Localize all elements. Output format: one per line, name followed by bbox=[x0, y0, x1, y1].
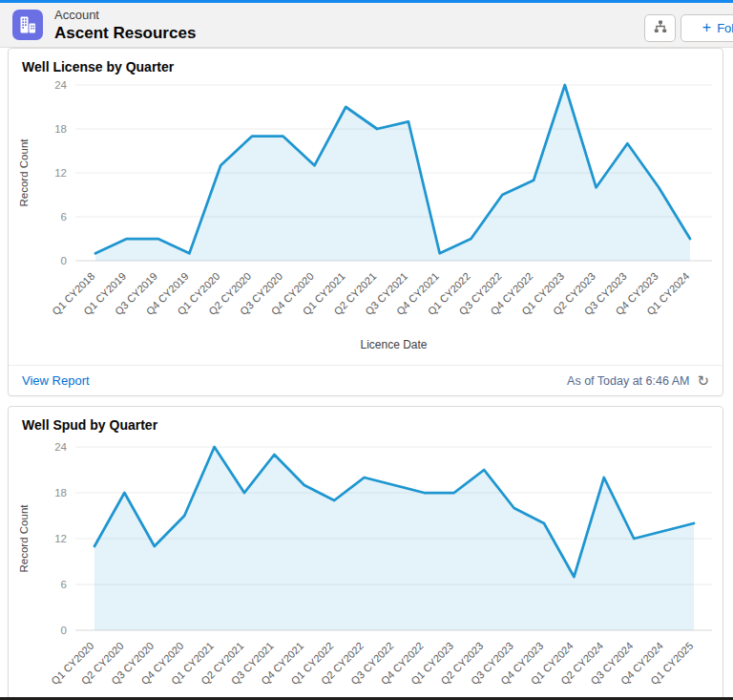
card-footer: View Report As of Today at 6:46 AM ↻ bbox=[9, 365, 723, 395]
org-chart-icon bbox=[653, 19, 668, 38]
follow-button-label: Fol bbox=[717, 21, 733, 35]
chart-title-well-license: Well License by Quarter bbox=[9, 49, 723, 74]
svg-text:18: 18 bbox=[54, 123, 67, 135]
svg-text:24: 24 bbox=[54, 79, 67, 91]
svg-text:0: 0 bbox=[61, 255, 67, 266]
svg-text:Record Count: Record Count bbox=[18, 138, 30, 207]
well-license-chart[interactable]: 06121824Q1 CY2018Q1 CY2019Q3 CY2019Q4 CY… bbox=[9, 74, 719, 363]
as-of-timestamp: As of Today at 6:46 AM bbox=[567, 374, 689, 388]
page-title: Ascent Resources bbox=[54, 23, 196, 43]
svg-text:12: 12 bbox=[54, 167, 67, 179]
svg-text:12: 12 bbox=[54, 533, 67, 544]
svg-text:Licence Date: Licence Date bbox=[360, 338, 427, 351]
plus-icon: + bbox=[702, 20, 711, 35]
svg-text:Record Count: Record Count bbox=[18, 504, 30, 573]
account-page-header: Account Ascent Resources + Fol bbox=[0, 3, 733, 48]
view-report-link[interactable]: View Report bbox=[22, 373, 90, 388]
svg-text:0: 0 bbox=[61, 625, 67, 636]
well-spud-chart[interactable]: 06121824Q1 CY2020Q2 CY2020Q3 CY2020Q4 CY… bbox=[9, 433, 719, 700]
chart-title-well-spud: Well Spud by Quarter bbox=[9, 407, 723, 433]
account-buildings-icon bbox=[12, 10, 43, 40]
entity-label: Account bbox=[54, 8, 196, 23]
dashboard-card-well-spud: Well Spud by Quarter 06121824Q1 CY2020Q2… bbox=[8, 406, 723, 700]
follow-button[interactable]: + Fol bbox=[681, 14, 733, 42]
svg-text:6: 6 bbox=[61, 211, 67, 223]
hierarchy-button[interactable] bbox=[644, 14, 676, 42]
dashboard-card-well-license: Well License by Quarter 06121824Q1 CY201… bbox=[8, 48, 723, 396]
refresh-icon[interactable]: ↻ bbox=[697, 373, 709, 388]
svg-text:6: 6 bbox=[61, 579, 67, 590]
svg-text:18: 18 bbox=[54, 487, 67, 498]
svg-text:24: 24 bbox=[54, 441, 67, 453]
